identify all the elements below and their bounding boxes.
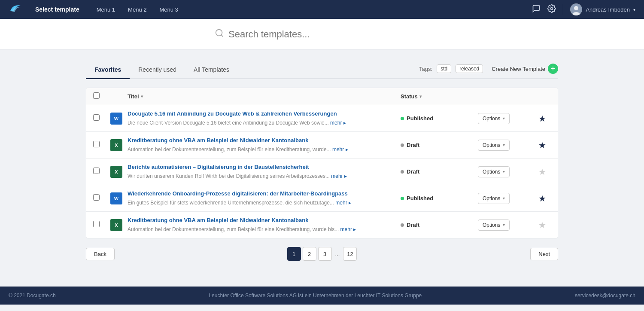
row-actions-2: Options ▾ bbox=[478, 140, 534, 151]
menu-item-3[interactable]: Menu 3 bbox=[159, 6, 178, 13]
row-content-1: Docugate 5.16 mit Anbindung zu Docugate … bbox=[128, 110, 401, 126]
row-more-5[interactable]: mehr ▸ bbox=[340, 226, 356, 232]
header-title[interactable]: Titel ▾ bbox=[128, 93, 401, 100]
row-actions-3: Options ▾ bbox=[478, 166, 534, 177]
status-dot-5 bbox=[401, 223, 404, 227]
row-checkbox-input-3[interactable] bbox=[93, 168, 100, 174]
row-desc-2: Automation bei der Dokumentenerstellung,… bbox=[128, 146, 348, 152]
back-button[interactable]: Back bbox=[86, 248, 115, 260]
row-checkbox-5[interactable] bbox=[93, 221, 110, 229]
row-checkbox-input-5[interactable] bbox=[93, 221, 100, 227]
row-checkbox-4[interactable] bbox=[93, 194, 110, 202]
table-body: W Docugate 5.16 mit Anbindung zu Docugat… bbox=[86, 105, 558, 238]
status-label-3: Draft bbox=[407, 168, 419, 175]
row-star-5[interactable]: ★ bbox=[534, 220, 551, 230]
status-label-1: Published bbox=[407, 115, 433, 122]
title-sort-icon: ▾ bbox=[141, 94, 143, 99]
row-more-3[interactable]: mehr ▸ bbox=[331, 173, 347, 179]
search-input[interactable] bbox=[228, 29, 429, 40]
row-more-1[interactable]: mehr ▸ bbox=[330, 120, 346, 126]
tab-recently-used[interactable]: Recently used bbox=[130, 63, 185, 78]
row-status-1: Published bbox=[401, 115, 478, 122]
tabs: Favorites Recently used All Templates bbox=[86, 63, 419, 78]
menu-item-2[interactable]: Menu 2 bbox=[128, 6, 146, 13]
star-icon-5[interactable]: ★ bbox=[538, 220, 546, 230]
doc-type-icon: X bbox=[110, 166, 122, 178]
nav-divider bbox=[563, 4, 563, 15]
row-actions-5: Options ▾ bbox=[478, 220, 534, 231]
options-button-4[interactable]: Options ▾ bbox=[478, 193, 510, 204]
search-bar-container bbox=[0, 19, 644, 50]
tab-all-templates[interactable]: All Templates bbox=[185, 63, 238, 78]
user-chevron-icon: ▾ bbox=[633, 7, 635, 12]
options-button-1[interactable]: Options ▾ bbox=[478, 113, 510, 124]
doc-type-icon: X bbox=[110, 139, 122, 151]
row-star-2[interactable]: ★ bbox=[534, 140, 551, 150]
row-title-2[interactable]: Kreditberatung ohne VBA am Beispiel der … bbox=[128, 137, 401, 143]
options-button-2[interactable]: Options ▾ bbox=[478, 140, 510, 151]
row-title-1[interactable]: Docugate 5.16 mit Anbindung zu Docugate … bbox=[128, 110, 401, 117]
row-checkbox-input-1[interactable] bbox=[93, 114, 100, 121]
status-dot-1 bbox=[401, 117, 404, 120]
row-checkbox-input-4[interactable] bbox=[93, 194, 100, 201]
chat-icon[interactable] bbox=[532, 4, 541, 15]
menu-item-1[interactable]: Menu 1 bbox=[97, 6, 115, 13]
star-icon-4[interactable]: ★ bbox=[538, 193, 546, 204]
row-title-5[interactable]: Kreditberatung ohne VBA am Beispiel der … bbox=[128, 217, 401, 223]
row-doc-icon-1: W bbox=[110, 113, 128, 125]
svg-point-4 bbox=[216, 30, 222, 36]
row-checkbox-3[interactable] bbox=[93, 168, 110, 176]
nav-menu: Menu 1 Menu 2 Menu 3 bbox=[97, 6, 532, 13]
create-template-plus-icon: + bbox=[548, 64, 558, 74]
next-button[interactable]: Next bbox=[530, 248, 558, 260]
row-more-4[interactable]: mehr ▸ bbox=[335, 200, 351, 206]
row-title-3[interactable]: Berichte automatisieren – Digitalisierun… bbox=[128, 164, 401, 170]
options-label: Options bbox=[483, 195, 500, 201]
settings-icon[interactable] bbox=[547, 4, 556, 15]
tag-released[interactable]: released bbox=[456, 64, 483, 73]
row-star-4[interactable]: ★ bbox=[534, 193, 551, 204]
row-checkbox-input-2[interactable] bbox=[93, 141, 100, 147]
row-status-3: Draft bbox=[401, 168, 478, 175]
svg-point-2 bbox=[574, 6, 578, 10]
options-button-5[interactable]: Options ▾ bbox=[478, 220, 510, 231]
header-status[interactable]: Status ▾ bbox=[401, 93, 478, 100]
row-more-2[interactable]: mehr ▸ bbox=[332, 146, 348, 152]
row-actions-1: Options ▾ bbox=[478, 113, 534, 124]
page-3[interactable]: 3 bbox=[318, 247, 332, 261]
brand-logo[interactable] bbox=[9, 4, 22, 15]
row-title-4[interactable]: Wiederkehrende Onboarding-Prozesse digit… bbox=[128, 190, 401, 197]
options-button-3[interactable]: Options ▾ bbox=[478, 166, 510, 177]
row-star-1[interactable]: ★ bbox=[534, 113, 551, 124]
create-template-button[interactable]: Create New Template + bbox=[492, 64, 558, 74]
tab-favorites[interactable]: Favorites bbox=[86, 63, 130, 78]
search-icon bbox=[215, 28, 224, 40]
doc-type-icon: W bbox=[110, 192, 122, 204]
footer-copyright: © 2021 Docugate.ch bbox=[9, 293, 56, 299]
star-icon-3[interactable]: ★ bbox=[538, 167, 546, 177]
star-icon-1[interactable]: ★ bbox=[538, 113, 546, 124]
star-icon-2[interactable]: ★ bbox=[538, 140, 546, 150]
page-1[interactable]: 1 bbox=[287, 247, 301, 261]
search-bar bbox=[215, 28, 429, 40]
options-arrow-icon: ▾ bbox=[503, 169, 505, 174]
options-arrow-icon: ▾ bbox=[503, 143, 505, 147]
tabs-actions: Tags: std released Create New Template + bbox=[419, 64, 558, 77]
select-all-checkbox[interactable] bbox=[93, 92, 100, 99]
header-check bbox=[93, 92, 110, 101]
page-12[interactable]: 12 bbox=[343, 247, 357, 261]
status-dot-4 bbox=[401, 197, 404, 200]
page-2[interactable]: 2 bbox=[303, 247, 316, 261]
row-checkbox-1[interactable] bbox=[93, 114, 110, 122]
page-ellipsis: ... bbox=[334, 251, 342, 257]
tag-std[interactable]: std bbox=[437, 64, 451, 73]
doc-type-icon: W bbox=[110, 113, 122, 125]
tags-label: Tags: bbox=[419, 66, 432, 72]
row-doc-icon-5: X bbox=[110, 219, 128, 231]
footer-company: Leuchter Office Software Solutions AG is… bbox=[209, 293, 422, 299]
row-checkbox-2[interactable] bbox=[93, 141, 110, 149]
user-menu[interactable]: Andreas Imboden ▾ bbox=[570, 3, 635, 15]
row-content-2: Kreditberatung ohne VBA am Beispiel der … bbox=[128, 137, 401, 153]
row-star-3[interactable]: ★ bbox=[534, 167, 551, 177]
options-arrow-icon: ▾ bbox=[503, 223, 505, 227]
